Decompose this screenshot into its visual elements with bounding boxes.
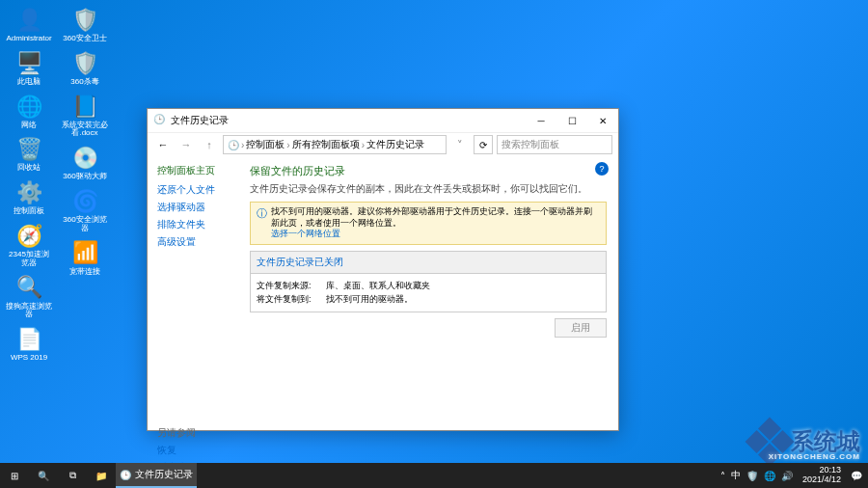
- history-icon: 🕒: [153, 114, 167, 127]
- desktop-icon[interactable]: 🖥️此电脑: [4, 47, 54, 89]
- app-icon: 🌀: [70, 187, 99, 216]
- desktop-icon[interactable]: 📘系统安装完必看.docx: [60, 91, 110, 141]
- breadcrumb[interactable]: 🕒 › 控制面板 › 所有控制面板项 › 文件历史记录: [223, 135, 447, 154]
- back-button[interactable]: ←: [153, 135, 173, 154]
- taskbar-app-filehistory[interactable]: 🕒 文件历史记录: [116, 463, 197, 488]
- icon-label: 2345加速浏览器: [6, 251, 52, 268]
- sidebar-see-also: 另请参阅: [157, 426, 229, 440]
- app-icon: 🗑️: [14, 135, 43, 164]
- icon-label: 系统安装完必看.docx: [62, 122, 108, 139]
- sidebar-select-drive[interactable]: 选择驱动器: [157, 201, 229, 214]
- history-icon: 🕒: [228, 140, 239, 150]
- dropdown-button[interactable]: ˅: [450, 135, 470, 154]
- app-icon: 🖥️: [14, 49, 43, 78]
- tray-ime-icon[interactable]: 中: [729, 469, 743, 482]
- info-icon: ⓘ: [257, 206, 267, 240]
- app-icon: 🧭: [14, 222, 43, 251]
- desktop-icon[interactable]: 🛡️360安全卫士: [60, 4, 110, 45]
- tray-volume-icon[interactable]: 🔊: [779, 471, 795, 481]
- desktop-icon[interactable]: 👤Administrator: [4, 4, 54, 45]
- page-heading: 保留文件的历史记录: [250, 164, 607, 178]
- source-label: 文件复制来源:: [257, 280, 326, 293]
- sidebar-advanced[interactable]: 高级设置: [157, 235, 229, 249]
- desktop-icon[interactable]: 💿360驱动大师: [60, 142, 110, 183]
- taskbar-clock[interactable]: 20:13 2021/4/12: [797, 466, 847, 485]
- dest-label: 将文件复制到:: [257, 293, 326, 307]
- watermark: 系统城 XITONGCHENG.COM: [752, 424, 860, 459]
- app-icon: 👤: [14, 6, 43, 35]
- titlebar[interactable]: 🕒 文件历史记录 ─ ☐ ✕: [148, 109, 618, 132]
- sidebar-restore-files[interactable]: 还原个人文件: [157, 183, 229, 197]
- status-box: 文件历史记录已关闭 文件复制来源:库、桌面、联系人和收藏夹 将文件复制到:找不到…: [250, 251, 607, 312]
- page-description: 文件历史记录会保存文件的副本，因此在文件丢失或损坏时，你可以找回它们。: [250, 182, 607, 196]
- info-text: 找不到可用的驱动器。建议你将外部驱动器用于文件历史记录。连接一个驱动器并刷新此页…: [271, 206, 592, 228]
- desktop-icons: 👤Administrator🖥️此电脑🌐网络🗑️回收站⚙️控制面板🧭2345加速…: [4, 4, 110, 447]
- app-icon: ⚙️: [14, 178, 43, 207]
- breadcrumb-item[interactable]: 所有控制面板项: [292, 138, 360, 151]
- icon-label: 360驱动大师: [63, 173, 106, 181]
- address-bar: ← → ↑ 🕒 › 控制面板 › 所有控制面板项 › 文件历史记录 ˅ ⟳ 搜索…: [148, 132, 618, 156]
- app-icon: 🛡️: [70, 49, 99, 78]
- breadcrumb-item[interactable]: 控制面板: [246, 138, 285, 151]
- desktop-icon[interactable]: 🗑️回收站: [4, 133, 54, 175]
- icon-label: WPS 2019: [11, 354, 47, 363]
- status-heading: 文件历史记录已关闭: [251, 252, 606, 274]
- taskbar: ⊞ 🔍 ⧉ 📁 🕒 文件历史记录 ˄ 中 🛡️ 🌐 🔊 20:13 2021/4…: [0, 463, 868, 488]
- tray-up-icon[interactable]: ˄: [719, 471, 727, 481]
- icon-label: 回收站: [17, 164, 41, 173]
- icon-label: 控制面板: [14, 207, 44, 216]
- desktop-icon[interactable]: 🛡️360杀毒: [60, 47, 110, 89]
- desktop-icon[interactable]: 🧭2345加速浏览器: [4, 220, 54, 270]
- icon-label: 360杀毒: [70, 78, 98, 87]
- icon-label: 网络: [21, 122, 37, 130]
- sidebar: 控制面板主页 还原个人文件 选择驱动器 排除文件夹 高级设置 另请参阅 恢复 系…: [148, 156, 238, 486]
- desktop-icon[interactable]: 📄WPS 2019: [4, 323, 54, 365]
- tray-shield-icon[interactable]: 🛡️: [745, 471, 760, 481]
- info-notice: ⓘ 找不到可用的驱动器。建议你将外部驱动器用于文件历史记录。连接一个驱动器并刷新…: [250, 202, 607, 245]
- desktop-icon[interactable]: 📶宽带连接: [60, 237, 110, 279]
- app-icon: 🛡️: [70, 6, 99, 35]
- info-link[interactable]: 选择一个网络位置: [271, 229, 340, 238]
- sidebar-recovery[interactable]: 恢复: [157, 444, 229, 457]
- maximize-button[interactable]: ☐: [556, 109, 587, 132]
- tray-network-icon[interactable]: 🌐: [762, 471, 777, 481]
- app-icon: 🌐: [14, 93, 43, 122]
- app-icon: 📶: [70, 239, 99, 268]
- breadcrumb-item[interactable]: 文件历史记录: [366, 138, 424, 151]
- source-value: 库、桌面、联系人和收藏夹: [326, 281, 430, 290]
- sidebar-home[interactable]: 控制面板主页: [157, 164, 229, 177]
- icon-label: 360安全浏览器: [62, 216, 108, 233]
- help-button[interactable]: ?: [595, 162, 609, 176]
- app-icon: 💿: [70, 144, 99, 173]
- desktop-icon[interactable]: 🌀360安全浏览器: [60, 185, 110, 235]
- sidebar-exclude-folders[interactable]: 排除文件夹: [157, 218, 229, 231]
- minimize-button[interactable]: ─: [526, 109, 556, 132]
- icon-label: Administrator: [6, 35, 51, 43]
- history-icon: 🕒: [120, 470, 131, 480]
- search-button[interactable]: 🔍: [29, 463, 58, 488]
- system-tray: ˄ 中 🛡️ 🌐 🔊 20:13 2021/4/12 💬: [719, 466, 868, 485]
- dest-value: 找不到可用的驱动器。: [326, 294, 413, 304]
- file-explorer-button[interactable]: 📁: [87, 463, 116, 488]
- up-button[interactable]: ↑: [200, 135, 219, 154]
- start-button[interactable]: ⊞: [0, 463, 29, 488]
- tray-notifications-icon[interactable]: 💬: [849, 471, 864, 481]
- desktop: 👤Administrator🖥️此电脑🌐网络🗑️回收站⚙️控制面板🧭2345加速…: [0, 0, 868, 488]
- close-button[interactable]: ✕: [587, 109, 618, 132]
- refresh-button[interactable]: ⟳: [474, 135, 493, 154]
- desktop-icon[interactable]: ⚙️控制面板: [4, 176, 54, 218]
- app-icon: 📄: [14, 325, 43, 354]
- icon-label: 宽带连接: [69, 268, 100, 277]
- app-icon: 🔍: [14, 274, 43, 303]
- main-content: ? 保留文件的历史记录 文件历史记录会保存文件的副本，因此在文件丢失或损坏时，你…: [238, 156, 618, 486]
- enable-button[interactable]: 启用: [555, 318, 607, 338]
- icon-label: 360安全卫士: [63, 35, 106, 43]
- forward-button[interactable]: →: [176, 135, 196, 154]
- search-input[interactable]: 搜索控制面板: [497, 135, 612, 154]
- app-icon: 📘: [70, 93, 99, 122]
- desktop-icon[interactable]: 🌐网络: [4, 91, 54, 132]
- desktop-icon[interactable]: 🔍搜狗高速浏览器: [4, 272, 54, 322]
- window-title: 文件历史记录: [171, 114, 229, 127]
- control-panel-window: 🕒 文件历史记录 ─ ☐ ✕ ← → ↑ 🕒 › 控制面板 › 所有控制面板项 …: [147, 108, 619, 431]
- task-view-button[interactable]: ⧉: [58, 463, 87, 488]
